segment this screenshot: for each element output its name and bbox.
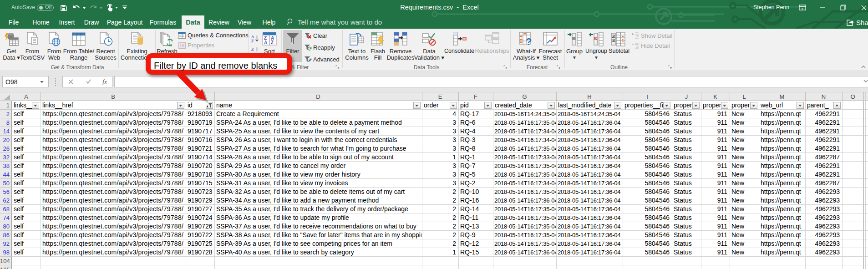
- svg-text:Z: Z: [271, 40, 274, 45]
- svg-text:?: ?: [526, 36, 532, 47]
- svg-text:A: A: [264, 40, 267, 45]
- svg-text:Z: Z: [251, 39, 254, 43]
- svg-text:fx: fx: [102, 79, 107, 85]
